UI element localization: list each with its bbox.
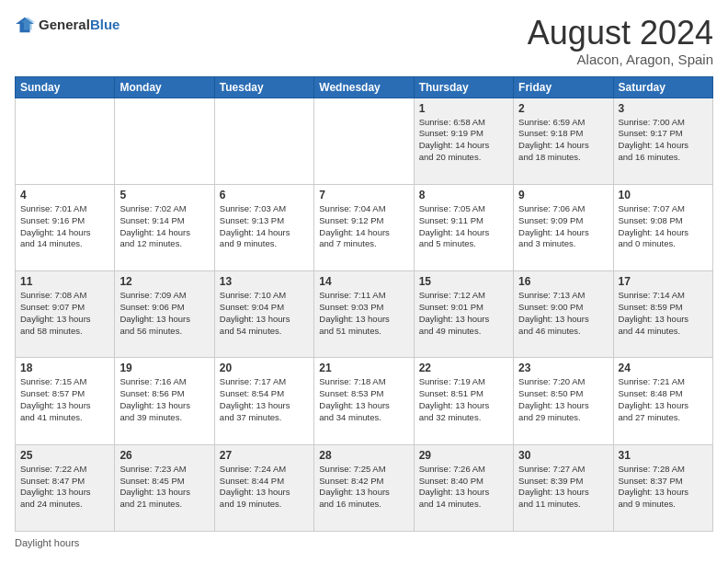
day-info: Sunrise: 7:02 AM Sunset: 9:14 PM Dayligh… bbox=[119, 203, 209, 250]
day-number: 11 bbox=[20, 275, 109, 288]
day-info: Sunrise: 7:01 AM Sunset: 9:16 PM Dayligh… bbox=[20, 203, 109, 250]
table-row: 13Sunrise: 7:10 AM Sunset: 9:04 PM Dayli… bbox=[214, 271, 313, 358]
table-row: 24Sunrise: 7:21 AM Sunset: 8:48 PM Dayli… bbox=[613, 358, 712, 444]
day-number: 20 bbox=[220, 362, 309, 374]
month-title: August 2024 bbox=[528, 15, 713, 52]
table-row: 17Sunrise: 7:14 AM Sunset: 8:59 PM Dayli… bbox=[613, 271, 712, 358]
day-number: 7 bbox=[319, 189, 408, 201]
calendar-week-5: 25Sunrise: 7:22 AM Sunset: 8:47 PM Dayli… bbox=[16, 444, 713, 531]
logo: GeneralBlue bbox=[15, 15, 119, 35]
logo-icon bbox=[15, 15, 35, 35]
day-number: 23 bbox=[518, 362, 608, 374]
table-row: 12Sunrise: 7:09 AM Sunset: 9:06 PM Dayli… bbox=[115, 271, 214, 358]
table-row: 23Sunrise: 7:20 AM Sunset: 8:50 PM Dayli… bbox=[514, 358, 613, 444]
day-number: 27 bbox=[220, 449, 309, 462]
day-number: 5 bbox=[119, 189, 209, 201]
table-row: 9Sunrise: 7:06 AM Sunset: 9:09 PM Daylig… bbox=[514, 184, 613, 270]
day-info: Sunrise: 7:07 AM Sunset: 9:08 PM Dayligh… bbox=[619, 203, 708, 250]
table-row: 29Sunrise: 7:26 AM Sunset: 8:40 PM Dayli… bbox=[414, 444, 513, 531]
table-row: 30Sunrise: 7:27 AM Sunset: 8:39 PM Dayli… bbox=[514, 444, 613, 531]
day-info: Sunrise: 7:23 AM Sunset: 8:45 PM Dayligh… bbox=[119, 464, 209, 511]
footer: Daylight hours bbox=[15, 537, 713, 548]
table-row: 19Sunrise: 7:16 AM Sunset: 8:56 PM Dayli… bbox=[115, 358, 214, 444]
calendar-week-3: 11Sunrise: 7:08 AM Sunset: 9:07 PM Dayli… bbox=[16, 271, 713, 358]
calendar-week-1: 1Sunrise: 6:58 AM Sunset: 9:19 PM Daylig… bbox=[16, 98, 713, 184]
day-info: Sunrise: 7:10 AM Sunset: 9:04 PM Dayligh… bbox=[220, 290, 309, 337]
col-thursday: Thursday bbox=[414, 76, 513, 98]
table-row: 14Sunrise: 7:11 AM Sunset: 9:03 PM Dayli… bbox=[314, 271, 414, 358]
table-row: 10Sunrise: 7:07 AM Sunset: 9:08 PM Dayli… bbox=[613, 184, 712, 270]
table-row: 22Sunrise: 7:19 AM Sunset: 8:51 PM Dayli… bbox=[414, 358, 513, 444]
table-row: 1Sunrise: 6:58 AM Sunset: 9:19 PM Daylig… bbox=[414, 98, 513, 184]
col-wednesday: Wednesday bbox=[314, 76, 414, 98]
day-number: 17 bbox=[619, 275, 708, 288]
day-number: 26 bbox=[119, 449, 209, 462]
day-info: Sunrise: 7:13 AM Sunset: 9:00 PM Dayligh… bbox=[518, 290, 608, 337]
col-tuesday: Tuesday bbox=[214, 76, 313, 98]
day-info: Sunrise: 7:14 AM Sunset: 8:59 PM Dayligh… bbox=[619, 290, 708, 337]
table-row: 16Sunrise: 7:13 AM Sunset: 9:00 PM Dayli… bbox=[514, 271, 613, 358]
day-info: Sunrise: 7:17 AM Sunset: 8:54 PM Dayligh… bbox=[220, 376, 309, 423]
calendar-week-2: 4Sunrise: 7:01 AM Sunset: 9:16 PM Daylig… bbox=[16, 184, 713, 270]
day-number: 21 bbox=[319, 362, 408, 374]
calendar-week-4: 18Sunrise: 7:15 AM Sunset: 8:57 PM Dayli… bbox=[16, 358, 713, 444]
day-number: 8 bbox=[419, 189, 508, 201]
table-row: 26Sunrise: 7:23 AM Sunset: 8:45 PM Dayli… bbox=[115, 444, 214, 531]
table-row: 18Sunrise: 7:15 AM Sunset: 8:57 PM Dayli… bbox=[16, 358, 115, 444]
calendar-header-row: Sunday Monday Tuesday Wednesday Thursday… bbox=[16, 76, 713, 98]
table-row: 3Sunrise: 7:00 AM Sunset: 9:17 PM Daylig… bbox=[613, 98, 712, 184]
day-info: Sunrise: 7:19 AM Sunset: 8:51 PM Dayligh… bbox=[419, 376, 508, 423]
day-number: 14 bbox=[319, 275, 408, 288]
logo-blue: Blue bbox=[90, 17, 120, 32]
table-row: 28Sunrise: 7:25 AM Sunset: 8:42 PM Dayli… bbox=[314, 444, 414, 531]
day-info: Sunrise: 7:05 AM Sunset: 9:11 PM Dayligh… bbox=[419, 203, 508, 250]
day-number: 18 bbox=[20, 362, 109, 374]
day-info: Sunrise: 7:04 AM Sunset: 9:12 PM Dayligh… bbox=[319, 203, 408, 250]
day-info: Sunrise: 7:25 AM Sunset: 8:42 PM Dayligh… bbox=[319, 464, 408, 511]
day-number: 30 bbox=[518, 449, 608, 462]
table-row: 15Sunrise: 7:12 AM Sunset: 9:01 PM Dayli… bbox=[414, 271, 513, 358]
day-info: Sunrise: 7:11 AM Sunset: 9:03 PM Dayligh… bbox=[319, 290, 408, 337]
day-info: Sunrise: 7:18 AM Sunset: 8:53 PM Dayligh… bbox=[319, 376, 408, 423]
day-number: 1 bbox=[419, 102, 508, 115]
day-info: Sunrise: 6:58 AM Sunset: 9:19 PM Dayligh… bbox=[419, 117, 508, 164]
day-info: Sunrise: 7:21 AM Sunset: 8:48 PM Dayligh… bbox=[619, 376, 708, 423]
day-number: 16 bbox=[518, 275, 608, 288]
table-row: 20Sunrise: 7:17 AM Sunset: 8:54 PM Dayli… bbox=[214, 358, 313, 444]
calendar-table: Sunday Monday Tuesday Wednesday Thursday… bbox=[15, 76, 713, 532]
table-row bbox=[16, 98, 115, 184]
day-number: 6 bbox=[220, 189, 309, 201]
page: GeneralBlue August 2024 Alacon, Aragon, … bbox=[0, 0, 728, 563]
title-block: August 2024 Alacon, Aragon, Spain bbox=[528, 15, 713, 67]
col-sunday: Sunday bbox=[16, 76, 115, 98]
daylight-hours-label: Daylight hours bbox=[15, 537, 79, 548]
day-number: 13 bbox=[220, 275, 309, 288]
day-number: 9 bbox=[518, 189, 608, 201]
day-info: Sunrise: 7:00 AM Sunset: 9:17 PM Dayligh… bbox=[619, 117, 708, 164]
table-row bbox=[314, 98, 414, 184]
day-info: Sunrise: 7:27 AM Sunset: 8:39 PM Dayligh… bbox=[518, 464, 608, 511]
day-info: Sunrise: 7:06 AM Sunset: 9:09 PM Dayligh… bbox=[518, 203, 608, 250]
table-row: 31Sunrise: 7:28 AM Sunset: 8:37 PM Dayli… bbox=[613, 444, 712, 531]
table-row: 2Sunrise: 6:59 AM Sunset: 9:18 PM Daylig… bbox=[514, 98, 613, 184]
col-friday: Friday bbox=[514, 76, 613, 98]
day-info: Sunrise: 7:20 AM Sunset: 8:50 PM Dayligh… bbox=[518, 376, 608, 423]
logo-general: General bbox=[39, 17, 90, 32]
table-row: 4Sunrise: 7:01 AM Sunset: 9:16 PM Daylig… bbox=[16, 184, 115, 270]
logo-text: GeneralBlue bbox=[39, 17, 119, 33]
header: GeneralBlue August 2024 Alacon, Aragon, … bbox=[15, 15, 713, 67]
day-number: 2 bbox=[518, 102, 608, 115]
location: Alacon, Aragon, Spain bbox=[528, 52, 713, 67]
day-number: 28 bbox=[319, 449, 408, 462]
table-row: 7Sunrise: 7:04 AM Sunset: 9:12 PM Daylig… bbox=[314, 184, 414, 270]
day-info: Sunrise: 7:16 AM Sunset: 8:56 PM Dayligh… bbox=[119, 376, 209, 423]
day-number: 3 bbox=[619, 102, 708, 115]
day-number: 10 bbox=[619, 189, 708, 201]
day-info: Sunrise: 6:59 AM Sunset: 9:18 PM Dayligh… bbox=[518, 117, 608, 164]
day-number: 31 bbox=[619, 449, 708, 462]
table-row bbox=[214, 98, 313, 184]
day-info: Sunrise: 7:08 AM Sunset: 9:07 PM Dayligh… bbox=[20, 290, 109, 337]
day-info: Sunrise: 7:09 AM Sunset: 9:06 PM Dayligh… bbox=[119, 290, 209, 337]
col-monday: Monday bbox=[115, 76, 214, 98]
day-number: 15 bbox=[419, 275, 508, 288]
